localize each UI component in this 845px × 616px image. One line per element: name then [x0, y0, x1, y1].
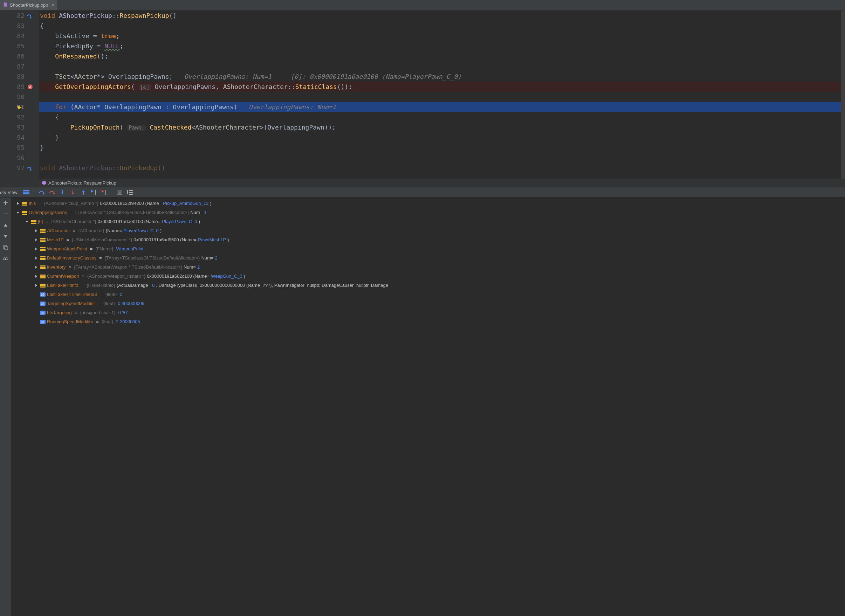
file-tab[interactable]: ShooterPickup.cpp ×: [0, 0, 57, 10]
svg-marker-13: [61, 193, 64, 194]
force-step-into-icon[interactable]: [68, 188, 78, 197]
skip-to-cursor-icon[interactable]: [100, 188, 109, 197]
breakpoint-icon[interactable]: [27, 82, 33, 92]
code-line[interactable]: GetOverlappingActors( [&] OverlappingPaw…: [39, 82, 845, 92]
variable-name: WeaponAttachPoint: [47, 245, 87, 254]
chevron-right-icon[interactable]: [34, 265, 38, 270]
variables-tree[interactable]: this={AShooterPickup_Ammo *} 0x000001912…: [11, 198, 845, 616]
link-icon[interactable]: [2, 255, 9, 263]
code-editor[interactable]: 82838485868788899091929394959697 void AS…: [0, 10, 845, 179]
code-line[interactable]: void AShooterPickup::OnPickedUp(): [39, 163, 845, 173]
add-watch-icon[interactable]: [2, 199, 9, 207]
variable-row[interactable]: [0]={AShooterCharacter *} 0x00000191a6ae…: [11, 217, 845, 226]
svg-rect-29: [129, 194, 133, 195]
line-number: 87: [0, 61, 25, 72]
code-line[interactable]: PickupOnTouch( Pawn: CastChecked<AShoote…: [39, 122, 845, 132]
variable-value-link[interactable]: PlayerPawn_C_0: [123, 226, 158, 235]
object-icon: [40, 265, 46, 270]
stack-frames-icon[interactable]: [22, 188, 31, 197]
svg-rect-7: [23, 190, 29, 191]
variable-name: LastTakeHitTimeTimeout: [47, 290, 97, 299]
breadcrumb-symbol[interactable]: AShooterPickup::RespawnPickup: [48, 180, 116, 186]
line-number-gutter: 82838485868788899091929394959697: [0, 10, 35, 179]
object-icon: [40, 274, 46, 279]
variable-value-link[interactable]: PlayerPawn_C_0: [162, 217, 197, 226]
chevron-right-icon[interactable]: [34, 283, 38, 288]
variable-row[interactable]: Mesh1P={USkeletalMeshComponent *} 0x0000…: [11, 235, 845, 245]
chevron-right-icon[interactable]: [34, 256, 38, 261]
move-down-icon[interactable]: [2, 233, 9, 240]
variable-row[interactable]: DefaultInventoryClasses={TArray<TSubclas…: [11, 254, 845, 263]
variable-type: {FName}: [95, 245, 113, 254]
code-line[interactable]: PickedUpBy = NULL;: [39, 41, 845, 51]
trace-icon[interactable]: [125, 188, 135, 197]
line-number: 96: [0, 153, 25, 163]
code-line[interactable]: void AShooterPickup::RespawnPickup(): [39, 10, 845, 21]
copy-icon[interactable]: [2, 244, 9, 251]
variable-row[interactable]: LastTakeHitInfo={FTakeHitInfo} {ActualDa…: [11, 281, 845, 290]
svg-rect-73: [40, 276, 46, 277]
line-number: 83: [0, 21, 25, 31]
step-out-icon[interactable]: [79, 188, 88, 197]
code-line[interactable]: TSet<AActor*> OverlappingPawns; Overlapp…: [39, 72, 845, 82]
class-icon: [42, 181, 46, 185]
svg-rect-76: [40, 284, 46, 285]
evaluate-expression-icon[interactable]: [115, 188, 124, 197]
variable-row[interactable]: Inventory={TArray<AShooterWeapon *,TSize…: [11, 263, 845, 272]
code-line[interactable]: {: [39, 112, 845, 122]
step-into-icon[interactable]: [58, 188, 67, 197]
code-line[interactable]: }: [39, 132, 845, 142]
code-line[interactable]: [39, 61, 845, 72]
variable-row[interactable]: this={AShooterPickup_Ammo *} 0x000001912…: [11, 199, 845, 208]
variable-type: {AShooterPickup_Ammo *}: [44, 199, 98, 208]
chevron-right-icon[interactable]: [34, 228, 38, 233]
variable-row[interactable]: CurrentWeapon={AShooterWeapon_Instant *}…: [11, 272, 845, 281]
chevron-right-icon[interactable]: [34, 274, 38, 279]
variable-value: 0: [152, 281, 154, 290]
remove-watch-icon[interactable]: [2, 210, 9, 218]
variable-row[interactable]: ACharacter={ACharacter} (Name=PlayerPawn…: [11, 226, 845, 235]
svg-rect-52: [40, 229, 46, 230]
breadcrumb-bar: AShooterPickup::RespawnPickup: [0, 179, 845, 187]
svg-marker-17: [82, 190, 85, 192]
chevron-right-icon[interactable]: [15, 201, 20, 206]
variable-value-link[interactable]: WeapGun_C_0: [211, 272, 242, 281]
variable-value-link[interactable]: PawnMesh1P: [198, 235, 226, 245]
variable-name: Mesh1P: [47, 235, 64, 245]
chevron-down-icon[interactable]: [15, 210, 20, 215]
variable-type: {float}: [101, 317, 113, 326]
variable-row[interactable]: WeaponAttachPoint={FName} WeaponPoint: [11, 245, 845, 254]
variable-value-link[interactable]: Pickup_AmmoGun_13: [163, 199, 209, 208]
code-line[interactable]: bIsActive = true;: [39, 31, 845, 41]
run-to-cursor-icon[interactable]: [89, 188, 98, 197]
variable-value-link[interactable]: WeaponPoint: [116, 245, 144, 254]
chevron-right-icon[interactable]: [34, 246, 38, 251]
close-tab-icon[interactable]: ×: [51, 3, 54, 8]
svg-rect-65: [40, 258, 46, 259]
svg-rect-58: [40, 241, 46, 242]
editor-scrollbar[interactable]: [841, 10, 845, 179]
expander-none: [34, 320, 38, 324]
code-line[interactable]: }: [39, 142, 845, 153]
code-line[interactable]: {: [39, 21, 845, 31]
chevron-right-icon[interactable]: [34, 238, 38, 242]
svg-rect-69: [40, 267, 46, 268]
variable-value: 1: [204, 208, 206, 217]
code-line[interactable]: OnRespawned();: [39, 51, 845, 61]
code-content[interactable]: void AShooterPickup::RespawnPickup(){ bI…: [39, 10, 845, 179]
code-line[interactable]: [39, 92, 845, 102]
force-step-over-icon[interactable]: [47, 188, 56, 197]
code-line[interactable]: [39, 153, 845, 163]
svg-rect-50: [31, 223, 37, 224]
variable-row[interactable]: 01LastTakeHitTimeTimeout={float} 0: [11, 290, 845, 299]
variable-row[interactable]: OverlappingPawns={TSet<AActor *,DefaultK…: [11, 208, 845, 217]
variable-row[interactable]: 01bIsTargeting={unsigned char:1} 0 '\0': [11, 308, 845, 317]
chevron-down-icon[interactable]: [25, 219, 29, 224]
svg-marker-59: [35, 248, 37, 251]
step-over-icon[interactable]: [37, 188, 46, 197]
variable-row[interactable]: 01RunningSpeedModifier={float} 2.2000000…: [11, 317, 845, 326]
variable-row[interactable]: 01TargetingSpeedModifier={float} 0.40000…: [11, 299, 845, 308]
object-icon: [22, 201, 27, 206]
move-up-icon[interactable]: [2, 221, 9, 229]
code-line[interactable]: for (AActor* OverlappingPawn : Overlappi…: [39, 102, 845, 112]
